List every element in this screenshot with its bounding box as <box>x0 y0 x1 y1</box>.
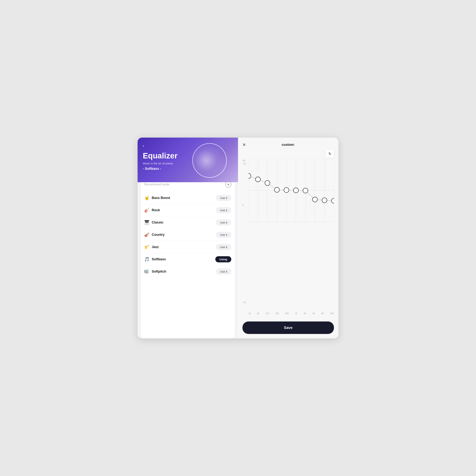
eq-point-500[interactable] <box>284 187 289 193</box>
jazz-action-button[interactable]: Use it <box>216 244 231 250</box>
freq-label-8K: 8K <box>321 312 324 315</box>
right-panel: ✕ custom: ↻ db +12 0 -12 <box>238 137 339 339</box>
bass-boost-action-button[interactable]: Use it <box>216 195 231 201</box>
eq-point-2K[interactable] <box>303 188 308 193</box>
bass-boost-icon: 🤘 <box>144 196 152 201</box>
classic-icon: 🎹 <box>144 220 152 225</box>
eq-point-31[interactable] <box>248 173 251 178</box>
country-name: Country <box>152 233 216 237</box>
softbass-action-button[interactable]: Using <box>215 256 231 262</box>
freq-label-125: 125 <box>266 312 269 315</box>
bass-boost-name: Bass Boost <box>152 196 216 200</box>
softbass-name: Softbass <box>152 257 215 261</box>
classic-action-button[interactable]: Use it <box>216 220 231 225</box>
back-button[interactable]: ‹ <box>143 144 149 148</box>
list-item-country: 🎻CountryUse it <box>144 229 231 241</box>
freq-label-16K: 16K <box>330 312 334 315</box>
reset-button[interactable]: ↻ <box>326 150 334 158</box>
eq-point-250[interactable] <box>274 187 279 192</box>
eq-point-4K[interactable] <box>312 197 317 202</box>
rock-name: Rock <box>152 208 216 212</box>
header-subtitle: Music is the air of poetry <box>143 162 233 165</box>
modes-list: 🤘Bass BoostUse it🎸RockUse it🎹ClassicUse … <box>144 192 231 278</box>
rock-action-button[interactable]: Use it <box>216 207 231 213</box>
softpitch-icon: 🎼 <box>144 269 152 274</box>
page-title: Equalizer <box>143 151 233 160</box>
eq-point-8K[interactable] <box>322 198 327 203</box>
freq-label-4K: 4K <box>312 312 315 315</box>
classic-name: Classic <box>152 221 216 224</box>
jazz-icon: 🎷 <box>144 245 152 250</box>
country-action-button[interactable]: Use it <box>216 232 231 238</box>
recommend-header: Recommend mode + <box>144 182 231 189</box>
freq-label-62: 62 <box>257 312 259 315</box>
save-button[interactable]: Save <box>242 322 334 334</box>
rock-icon: 🎸 <box>144 208 152 213</box>
right-header: ✕ custom: <box>242 143 334 147</box>
list-item-rock: 🎸RockUse it <box>144 204 231 216</box>
recommend-label: Recommend mode <box>144 183 170 186</box>
freq-label-31: 31 <box>248 312 251 315</box>
list-item-softbass: 🎵SoftbassUsing <box>144 253 231 266</box>
freq-label-1K: 1K <box>295 312 298 315</box>
eq-point-16K[interactable] <box>332 198 334 203</box>
current-mode-label: - Softbass - <box>143 167 233 171</box>
list-item-softpitch: 🎼SoftpitchUse it <box>144 266 231 278</box>
country-icon: 🎻 <box>144 232 152 237</box>
db-minus12-label: -12 <box>242 301 246 304</box>
jazz-name: Jazz <box>152 245 216 249</box>
eq-point-125[interactable] <box>265 181 270 186</box>
reset-icon: ↻ <box>329 152 331 156</box>
db-plus12-label: +12 <box>242 162 246 165</box>
list-item-classic: 🎹ClassicUse it <box>144 216 231 229</box>
add-mode-button[interactable]: + <box>225 182 231 187</box>
eq-chart-area: ↻ db +12 0 -12 31621252505001K2K4K8K16K <box>242 150 334 319</box>
eq-chart-svg <box>248 159 334 238</box>
right-title: custom: <box>282 143 295 147</box>
left-panel: ‹ Equalizer Music is the air of poetry -… <box>137 137 238 339</box>
db-label: db <box>242 159 245 162</box>
db-zero-label: 0 <box>242 204 244 206</box>
freq-labels: 31621252505001K2K4K8K16K <box>248 312 334 315</box>
freq-label-500: 500 <box>285 312 289 315</box>
softpitch-name: Softpitch <box>152 270 216 273</box>
list-item-bass-boost: 🤘Bass BoostUse it <box>144 192 231 204</box>
header-area: ‹ Equalizer Music is the air of poetry -… <box>137 137 238 182</box>
eq-point-1K[interactable] <box>293 188 298 193</box>
softbass-icon: 🎵 <box>144 257 152 262</box>
freq-label-250: 250 <box>275 312 279 315</box>
eq-point-62[interactable] <box>255 177 260 182</box>
modes-list-section: Recommend mode + 🤘Bass BoostUse it🎸RockU… <box>141 178 235 339</box>
list-item-jazz: 🎷JazzUse it <box>144 241 231 253</box>
freq-label-2K: 2K <box>304 312 306 315</box>
softpitch-action-button[interactable]: Use it <box>216 269 231 275</box>
close-button[interactable]: ✕ <box>242 143 246 147</box>
